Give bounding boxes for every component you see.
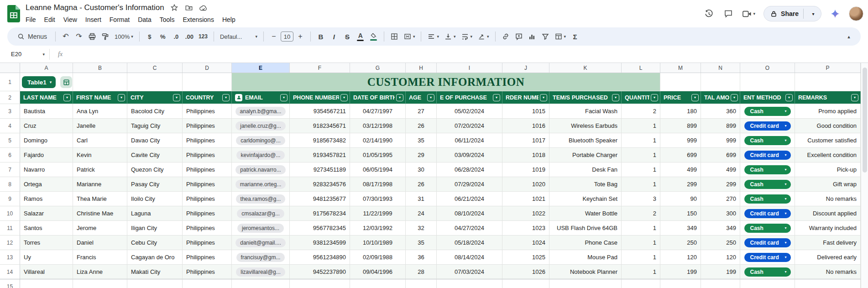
insert-link-button[interactable] <box>499 30 512 43</box>
cell-payment[interactable]: Credit card▾ <box>740 236 795 250</box>
cell-last-name[interactable]: Bautista <box>20 104 73 119</box>
cell-qty[interactable]: 1 <box>622 265 660 279</box>
empty-cell[interactable] <box>406 279 437 288</box>
payment-method-pill[interactable]: Cash▾ <box>744 136 791 145</box>
row-number-13[interactable]: 13 <box>0 250 20 265</box>
paint-format-button[interactable] <box>99 30 112 43</box>
version-history-icon[interactable] <box>704 8 715 19</box>
email-chip[interactable]: danielt@gmail.... <box>235 238 286 247</box>
empty-cell[interactable] <box>127 73 183 91</box>
cell-purchase-date[interactable]: 08/10/2024 <box>437 206 502 221</box>
cell-price[interactable]: 150 <box>660 206 701 221</box>
cell-total[interactable]: 360 <box>701 104 740 119</box>
column-header-p[interactable]: P <box>795 63 861 73</box>
cell-country[interactable]: Philippines <box>183 177 232 192</box>
email-chip[interactable]: patrick.navarro... <box>235 165 285 174</box>
cell-purchase-date[interactable]: 05/18/2024 <box>437 236 502 250</box>
cell-price[interactable]: 899 <box>660 119 701 133</box>
table-header-rder-numbe[interactable]: RDER NUMBE▾ <box>502 91 549 104</box>
cell-email[interactable]: janelle.cruz@g... <box>232 119 290 133</box>
cell-age[interactable]: 30 <box>406 162 437 177</box>
cell-city[interactable]: Iligan City <box>127 221 183 236</box>
row-number-8[interactable]: 8 <box>0 177 20 192</box>
format-currency-button[interactable]: $ <box>143 30 156 43</box>
column-header-a[interactable]: A <box>20 63 73 73</box>
table-header-country[interactable]: COUNTRY▾ <box>183 91 232 104</box>
row-number-1[interactable]: 1 <box>0 73 20 91</box>
column-header-b[interactable]: B <box>73 63 127 73</box>
cell-first-name[interactable]: Liza Anne <box>73 265 127 279</box>
cell-dob[interactable]: 06/05/1994 <box>350 162 406 177</box>
insert-chart-button[interactable] <box>526 30 539 43</box>
cell-dob[interactable]: 08/17/1998 <box>350 177 406 192</box>
avatar[interactable] <box>849 6 863 21</box>
email-chip[interactable]: francisuy@gm... <box>236 253 285 262</box>
cell-qty[interactable]: 2 <box>622 104 660 119</box>
cell-payment[interactable]: Credit card▾ <box>740 148 795 162</box>
cell-age[interactable]: 35 <box>406 236 437 250</box>
table-menu-button[interactable] <box>60 76 72 88</box>
cell-city[interactable]: Cavite City <box>127 148 183 162</box>
empty-cell[interactable] <box>740 73 795 91</box>
table-header-tal-amou[interactable]: TAL AMOU▾ <box>701 91 740 104</box>
table-header-ent-method[interactable]: ENT METHOD▾ <box>740 91 795 104</box>
cell-phone[interactable]: 9452237890 <box>290 265 350 279</box>
row-number-14[interactable]: 14 <box>0 265 20 279</box>
cell-dob[interactable]: 02/09/1988 <box>350 250 406 265</box>
format-percent-button[interactable]: % <box>157 30 169 43</box>
menu-file[interactable]: File <box>21 15 40 25</box>
cell-remarks[interactable]: Discount applied <box>795 206 861 221</box>
menu-data[interactable]: Data <box>134 15 156 25</box>
cell-phone[interactable]: 9567782345 <box>290 221 350 236</box>
cell-email[interactable]: jeromesantos... <box>232 221 290 236</box>
column-header-c[interactable]: C <box>127 63 183 73</box>
cell-total[interactable]: 899 <box>701 119 740 133</box>
payment-method-pill[interactable]: Cash▾ <box>744 165 791 174</box>
column-header-d[interactable]: D <box>183 63 232 73</box>
chevron-down-icon[interactable]: ▾ <box>427 94 434 101</box>
cell-item[interactable]: Bluetooth Speaker <box>549 133 622 148</box>
cell-remarks[interactable]: Customer satisfied <box>795 133 861 148</box>
cell-age[interactable]: 28 <box>406 265 437 279</box>
empty-cell[interactable] <box>740 279 795 288</box>
text-color-button[interactable]: A <box>354 30 367 43</box>
cell-remarks[interactable]: Warranty included <box>795 221 861 236</box>
empty-cell[interactable] <box>232 279 290 288</box>
cell-phone[interactable]: 9273451189 <box>290 162 350 177</box>
cell-age[interactable]: 26 <box>406 177 437 192</box>
chevron-down-icon[interactable]: ▾ <box>118 94 125 101</box>
bold-button[interactable]: B <box>314 30 327 43</box>
scrollbar-thumb[interactable] <box>863 68 867 173</box>
row-number-7[interactable]: 7 <box>0 162 20 177</box>
column-header-j[interactable]: J <box>502 63 549 73</box>
empty-cell[interactable] <box>183 73 232 91</box>
empty-cell[interactable] <box>701 279 740 288</box>
cell-item[interactable]: Desk Fan <box>549 162 622 177</box>
cell-qty[interactable]: 1 <box>622 162 660 177</box>
payment-method-pill[interactable]: Cash▾ <box>744 267 791 277</box>
cell-remarks[interactable]: Gift wrap <box>795 177 861 192</box>
cell-item[interactable]: Keychain Set <box>549 192 622 206</box>
column-header-h[interactable]: H <box>406 63 437 73</box>
cell-country[interactable]: Philippines <box>183 162 232 177</box>
cell-remarks[interactable]: Delivered early <box>795 250 861 265</box>
row-number-12[interactable]: 12 <box>0 236 20 250</box>
cell-first-name[interactable]: Jerome <box>73 221 127 236</box>
cell-item[interactable]: Notebook Planner <box>549 265 622 279</box>
cell-last-name[interactable]: Villareal <box>20 265 73 279</box>
cell-qty[interactable]: 1 <box>622 221 660 236</box>
cell-phone[interactable]: 9381234599 <box>290 236 350 250</box>
chevron-down-icon[interactable]: ▾ <box>731 94 738 101</box>
cell-first-name[interactable]: Ana Lyn <box>73 104 127 119</box>
cell-item[interactable]: Water Bottle <box>549 206 622 221</box>
cell-price[interactable]: 699 <box>660 148 701 162</box>
empty-cell[interactable] <box>73 73 127 91</box>
cell-country[interactable]: Philippines <box>183 250 232 265</box>
chevron-down-icon[interactable]: ▾ <box>851 94 858 101</box>
cell-email[interactable]: analyn.b@gma... <box>232 104 290 119</box>
chevron-down-icon[interactable]: ▾ <box>222 94 230 101</box>
menu-view[interactable]: View <box>59 15 81 25</box>
cell-remarks[interactable]: No remarks <box>795 265 861 279</box>
row-number-11[interactable]: 11 <box>0 221 20 236</box>
increase-font-size-button[interactable]: + <box>294 30 307 43</box>
